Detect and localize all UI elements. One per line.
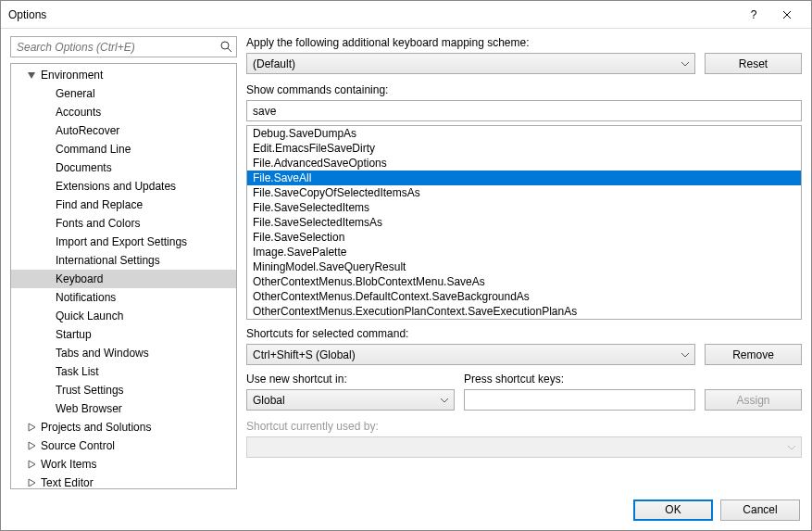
command-list-item[interactable]: MiningModel.SaveQueryResult [247, 259, 801, 274]
svg-line-1 [228, 48, 231, 52]
tree-node-label: Find and Replace [56, 198, 143, 211]
tree-node-label: Tabs and Windows [56, 347, 149, 360]
reset-button[interactable]: Reset [705, 53, 802, 74]
expand-icon[interactable] [26, 477, 37, 487]
use-new-shortcut-select[interactable]: Global [246, 389, 455, 411]
tree-node-label: Extensions and Updates [56, 180, 176, 193]
tree-node-label: Import and Export Settings [56, 235, 187, 248]
options-tree[interactable]: EnvironmentGeneralAccountsAutoRecoverCom… [10, 63, 237, 489]
tree-node-label: Task List [56, 365, 99, 378]
tree-node-label: International Settings [56, 254, 160, 267]
tree-node[interactable]: Accounts [11, 103, 236, 121]
command-list-item[interactable]: OtherContextMenus.ImageContext.SavePictu… [247, 319, 801, 320]
tree-node[interactable]: Projects and Solutions [11, 418, 236, 436]
tree-node-label: General [56, 87, 95, 100]
used-by-label: Shortcut currently used by: [246, 420, 802, 433]
show-commands-label: Show commands containing: [246, 83, 802, 96]
left-panel: EnvironmentGeneralAccountsAutoRecoverCom… [10, 36, 237, 489]
command-list-item[interactable]: File.SaveAll [247, 171, 801, 185]
tree-node[interactable]: Web Browser [11, 399, 236, 418]
tree-node[interactable]: Quick Launch [11, 307, 236, 325]
search-input[interactable] [10, 36, 237, 57]
expand-icon[interactable] [26, 440, 37, 451]
command-list-item[interactable]: File.AdvancedSaveOptions [247, 156, 801, 171]
remove-button[interactable]: Remove [705, 344, 802, 365]
scheme-label: Apply the following additional keyboard … [246, 36, 802, 49]
command-list-item[interactable]: File.SaveSelectedItemsAs [247, 215, 801, 230]
tree-node[interactable]: Trust Settings [11, 381, 236, 399]
tree-node[interactable]: International Settings [11, 251, 236, 270]
command-list-item[interactable]: Edit.EmacsFileSaveDirty [247, 141, 801, 156]
tree-node[interactable]: Source Control [11, 436, 236, 455]
command-list-item[interactable]: Debug.SaveDumpAs [247, 126, 801, 141]
expand-icon[interactable] [26, 70, 37, 81]
close-icon [782, 10, 792, 19]
ok-button[interactable]: OK [633, 499, 713, 521]
command-list-item[interactable]: File.SaveCopyOfSelectedItemsAs [247, 185, 801, 200]
dialog-footer: OK Cancel [1, 489, 811, 530]
tree-node[interactable]: General [11, 84, 236, 103]
search-icon [219, 39, 233, 54]
shortcuts-select[interactable]: Ctrl+Shift+S (Global) [246, 344, 695, 365]
tree-node[interactable]: Text Editor [11, 474, 236, 487]
tree-node[interactable]: Work Items [11, 455, 236, 474]
tree-node[interactable]: Fonts and Colors [11, 214, 236, 233]
press-shortcut-input[interactable] [464, 389, 695, 411]
tree-node[interactable]: Startup [11, 325, 236, 344]
tree-node[interactable]: Notifications [11, 288, 236, 307]
tree-node-label: AutoRecover [56, 124, 119, 137]
tree-node-label: Accounts [56, 106, 101, 119]
command-list-item[interactable]: File.SaveSelection [247, 230, 801, 245]
tree-node-label: Text Editor [41, 476, 94, 487]
command-list-item[interactable]: Image.SavePalette [247, 245, 801, 259]
used-by-field [246, 436, 802, 458]
tree-node-label: Documents [56, 161, 112, 174]
tree-node-label: Notifications [56, 291, 116, 304]
tree-node[interactable]: Find and Replace [11, 196, 236, 214]
expand-icon[interactable] [26, 422, 37, 433]
show-commands-input[interactable] [246, 100, 802, 121]
scheme-select[interactable]: (Default) [246, 53, 695, 74]
assign-button[interactable]: Assign [705, 389, 802, 411]
tree-node-label: Trust Settings [56, 384, 124, 397]
tree-node-label: Keyboard [56, 272, 103, 285]
tree-node[interactable]: AutoRecover [11, 121, 236, 140]
tree-node-label: Projects and Solutions [41, 421, 151, 434]
press-shortcut-label: Press shortcut keys: [464, 373, 802, 386]
tree-node-label: Web Browser [56, 402, 122, 415]
tree-node-environment[interactable]: Environment [11, 66, 236, 84]
shortcuts-label: Shortcuts for selected command: [246, 327, 802, 340]
expand-icon[interactable] [26, 459, 37, 470]
tree-node-label: Fonts and Colors [56, 217, 140, 230]
tree-node[interactable]: Documents [11, 158, 236, 177]
commands-listbox[interactable]: Debug.SaveDumpAsEdit.EmacsFileSaveDirtyF… [246, 125, 802, 320]
titlebar: Options ? [1, 1, 811, 29]
close-button[interactable] [770, 2, 804, 28]
command-list-item[interactable]: OtherContextMenus.BlobContextMenu.SaveAs [247, 274, 801, 289]
options-dialog: Options ? EnvironmentGeneralAccountsAuto… [0, 0, 812, 531]
help-button[interactable]: ? [737, 2, 770, 28]
cancel-button[interactable]: Cancel [720, 499, 800, 521]
tree-node-label: Quick Launch [56, 310, 123, 322]
command-list-item[interactable]: OtherContextMenus.DefaultContext.SaveBac… [247, 289, 801, 304]
tree-node-label: Startup [56, 328, 92, 341]
help-icon: ? [751, 8, 757, 21]
command-list-item[interactable]: File.SaveSelectedItems [247, 200, 801, 215]
tree-node[interactable]: Task List [11, 362, 236, 381]
tree-node-label: Environment [41, 69, 103, 82]
tree-node[interactable]: Extensions and Updates [11, 177, 236, 196]
use-new-shortcut-label: Use new shortcut in: [246, 373, 455, 386]
tree-node[interactable]: Tabs and Windows [11, 344, 236, 362]
tree-node-label: Work Items [41, 458, 96, 471]
tree-node[interactable]: Keyboard [11, 270, 236, 288]
window-title: Options [8, 8, 737, 21]
tree-node-label: Source Control [41, 439, 115, 452]
right-panel: Apply the following additional keyboard … [246, 36, 802, 489]
tree-node[interactable]: Command Line [11, 140, 236, 158]
command-list-item[interactable]: OtherContextMenus.ExecutionPlanContext.S… [247, 304, 801, 319]
svg-point-0 [221, 42, 229, 49]
tree-node-label: Command Line [56, 143, 131, 156]
tree-node[interactable]: Import and Export Settings [11, 233, 236, 251]
